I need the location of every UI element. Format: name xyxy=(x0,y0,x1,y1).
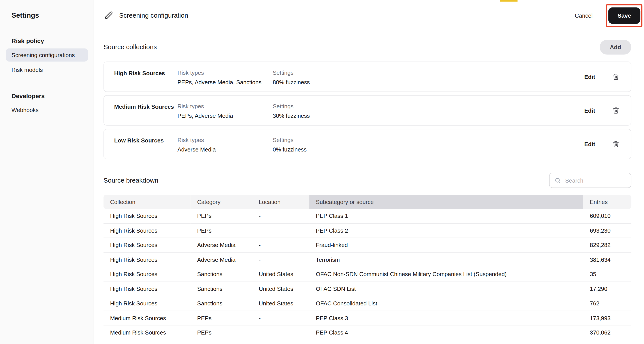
table-header: Collection Category Location Subcategory… xyxy=(104,195,631,209)
cell-collection: High Risk Sources xyxy=(104,223,191,238)
cell-category: PEPs xyxy=(191,311,252,326)
save-button-wrap: Save xyxy=(608,7,640,23)
settings-column: Settings 0% fuzziness xyxy=(273,136,620,153)
cell-entries: 17,290 xyxy=(583,282,632,296)
collection-name: Medium Risk Sources xyxy=(114,102,178,110)
cell-collection: High Risk Sources xyxy=(104,209,191,223)
settings-column: Settings 30% fuzziness xyxy=(273,102,620,119)
cell-subcategory: Terrorism xyxy=(309,253,583,267)
trash-icon[interactable] xyxy=(612,140,620,148)
cell-location: - xyxy=(252,253,310,267)
collection-name: Low Risk Sources xyxy=(114,136,178,144)
cell-category: Adverse Media xyxy=(191,253,252,267)
source-collection-card: High Risk Sources Risk types PEPs, Adver… xyxy=(104,61,631,92)
cell-subcategory: PEP Class 1 xyxy=(309,209,583,223)
source-breakdown-heading: Source breakdown xyxy=(104,177,158,184)
risk-types-column: Risk types PEPs, Adverse Media xyxy=(178,102,273,119)
cell-entries: 173,993 xyxy=(583,311,632,326)
settings-label: Settings xyxy=(273,136,620,144)
cell-category: Sanctions xyxy=(191,282,252,296)
cell-entries: 381,634 xyxy=(583,253,632,267)
save-button[interactable]: Save xyxy=(608,7,640,23)
cell-subcategory: OFAC SDN List xyxy=(309,282,583,296)
cell-entries: 609,010 xyxy=(583,209,632,223)
table-row: High Risk Sources Sanctions United State… xyxy=(104,296,631,311)
cell-location: - xyxy=(252,238,310,253)
cell-location: - xyxy=(252,311,310,326)
settings-value: 80% fuzziness xyxy=(273,78,620,85)
cell-collection: High Risk Sources xyxy=(104,253,191,267)
cell-location: - xyxy=(252,223,310,238)
cell-subcategory: PEP Class 4 xyxy=(309,326,583,340)
search-input[interactable] xyxy=(549,173,631,188)
cell-subcategory: OFAC Non-SDN Communist Chinese Military … xyxy=(309,267,583,282)
search-icon xyxy=(554,177,561,184)
column-header-location[interactable]: Location xyxy=(252,195,310,209)
trash-icon[interactable] xyxy=(612,107,620,114)
column-header-entries[interactable]: Entries xyxy=(583,195,632,209)
cell-location: United States xyxy=(252,267,310,282)
sidebar-section-risk-policy: Risk policy xyxy=(6,35,88,47)
trash-icon[interactable] xyxy=(612,73,620,80)
risk-types-column: Risk types Adverse Media xyxy=(178,136,273,153)
cell-entries: 370,062 xyxy=(583,326,632,340)
column-header-category[interactable]: Category xyxy=(191,195,252,209)
cell-entries: 829,282 xyxy=(583,238,632,253)
edit-button[interactable]: Edit xyxy=(584,107,595,114)
settings-column: Settings 80% fuzziness xyxy=(273,69,620,86)
sidebar: Settings Risk policy Screening configura… xyxy=(0,0,94,344)
cell-subcategory: OFAC Consolidated List xyxy=(309,296,583,311)
card-actions: Edit xyxy=(584,140,619,148)
table-row: High Risk Sources PEPs - PEP Class 1 609… xyxy=(104,209,631,223)
risk-types-column: Risk types PEPs, Adverse Media, Sanction… xyxy=(178,69,273,86)
table-row: High Risk Sources Sanctions United State… xyxy=(104,282,631,296)
top-accent-bar xyxy=(500,0,518,1)
sidebar-title: Settings xyxy=(6,10,88,21)
table-body: High Risk Sources PEPs - PEP Class 1 609… xyxy=(104,209,631,340)
settings-value: 30% fuzziness xyxy=(273,112,620,119)
card-actions: Edit xyxy=(584,107,619,114)
table-row: High Risk Sources Sanctions United State… xyxy=(104,267,631,282)
source-collections-heading: Source collections xyxy=(104,43,157,51)
table-row: High Risk Sources Adverse Media - Fraud-… xyxy=(104,238,631,253)
cell-category: Adverse Media xyxy=(191,238,252,253)
settings-value: 0% fuzziness xyxy=(273,146,620,153)
cell-category: PEPs xyxy=(191,223,252,238)
cell-category: Sanctions xyxy=(191,296,252,311)
risk-types-value: Adverse Media xyxy=(178,146,273,153)
cell-entries: 762 xyxy=(583,296,632,311)
sidebar-section-developers: Developers xyxy=(6,90,88,102)
edit-button[interactable]: Edit xyxy=(584,141,595,147)
risk-types-label: Risk types xyxy=(178,69,273,76)
source-breakdown-table: Collection Category Location Subcategory… xyxy=(104,195,631,340)
edit-button[interactable]: Edit xyxy=(584,73,595,80)
column-header-collection[interactable]: Collection xyxy=(104,195,191,209)
cell-location: - xyxy=(252,326,310,340)
cell-location: United States xyxy=(252,296,310,311)
column-header-subcategory[interactable]: Subcategory or source xyxy=(309,195,583,209)
sidebar-item-screening-configurations[interactable]: Screening configurations xyxy=(6,48,88,62)
cell-category: PEPs xyxy=(191,209,252,223)
cell-subcategory: PEP Class 2 xyxy=(309,223,583,238)
source-breakdown-header-row: Source breakdown xyxy=(104,173,631,188)
add-button[interactable]: Add xyxy=(600,40,632,55)
main-panel: Screening configuration Cancel Save Sour… xyxy=(94,0,644,344)
table-row: Medium Risk Sources PEPs - PEP Class 3 1… xyxy=(104,311,631,326)
source-collection-card: Medium Risk Sources Risk types PEPs, Adv… xyxy=(104,95,631,126)
table-row: Medium Risk Sources PEPs - PEP Class 4 3… xyxy=(104,326,631,340)
table-row: High Risk Sources PEPs - PEP Class 2 693… xyxy=(104,223,631,238)
cell-collection: Medium Risk Sources xyxy=(104,311,191,326)
cell-entries: 35 xyxy=(583,267,632,282)
sidebar-item-risk-models[interactable]: Risk models xyxy=(6,63,88,76)
cell-location: United States xyxy=(252,282,310,296)
settings-label: Settings xyxy=(273,69,620,76)
risk-types-label: Risk types xyxy=(178,102,273,110)
cell-category: PEPs xyxy=(191,326,252,340)
header-actions: Cancel Save xyxy=(572,7,640,23)
edit-pencil-icon[interactable] xyxy=(104,10,114,20)
card-actions: Edit xyxy=(584,73,619,80)
risk-types-value: PEPs, Adverse Media xyxy=(178,112,273,119)
risk-types-label: Risk types xyxy=(178,136,273,144)
sidebar-item-webhooks[interactable]: Webhooks xyxy=(6,103,88,117)
cancel-button[interactable]: Cancel xyxy=(572,12,595,19)
